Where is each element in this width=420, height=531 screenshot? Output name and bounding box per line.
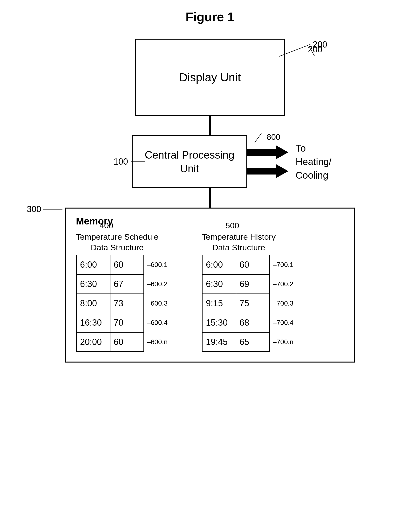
schedule-ref-line <box>90 219 98 231</box>
temp-schedule-structure: 400 Temperature ScheduleData Structure 6… <box>76 231 158 352</box>
arrow-shaft-1 <box>247 149 276 156</box>
display-unit-box: Display Unit 200 200 <box>135 39 285 116</box>
memory-content: 400 Temperature ScheduleData Structure 6… <box>76 231 344 352</box>
history-time-cell: 19:45 <box>202 332 236 352</box>
history-time-cell: 6:30 <box>202 274 236 294</box>
heating-label: ToHeating/Cooling <box>296 142 331 182</box>
history-title: Temperature HistoryData Structure <box>202 231 276 253</box>
arrow-2 <box>247 164 288 178</box>
memory-label: Memory <box>76 216 344 227</box>
table-row: 8:0073–600.3 <box>76 294 144 313</box>
memory-box: Memory 400 Temperature ScheduleData Str <box>65 208 355 363</box>
row-ref-label: –600.3 <box>147 300 167 307</box>
connector-cpu-to-memory <box>209 188 211 208</box>
schedule-time-cell: 16:30 <box>76 313 110 332</box>
history-temp-cell: 68–700.4 <box>236 313 270 332</box>
schedule-temp-cell: 67–600.2 <box>110 274 144 294</box>
heating-ref-line <box>255 133 262 143</box>
memory-ref-line <box>43 207 62 212</box>
history-temp-cell: 60–700.1 <box>236 255 270 274</box>
row-ref-label: –700.1 <box>273 261 293 269</box>
schedule-ref: 400 <box>100 221 113 230</box>
schedule-time-cell: 8:00 <box>76 294 110 313</box>
table-row: 9:1575–700.3 <box>202 294 270 313</box>
cpu-ref-label: 100 <box>114 157 128 167</box>
history-time-cell: 6:00 <box>202 255 236 274</box>
connector-display-to-cpu <box>209 116 211 135</box>
arrow-head-2 <box>276 164 288 178</box>
table-row: 15:3068–700.4 <box>202 313 270 332</box>
schedule-temp-cell: 60–600.n <box>110 332 144 352</box>
table-row: 16:3070–600.4 <box>76 313 144 332</box>
table-row: 20:0060–600.n <box>76 332 144 352</box>
row-ref-label: –600.n <box>147 338 167 346</box>
row-ref-label: –600.4 <box>147 319 167 327</box>
schedule-time-cell: 6:30 <box>76 274 110 294</box>
schedule-time-cell: 6:00 <box>76 255 110 274</box>
memory-container: 300 Memory 400 <box>65 208 355 363</box>
display-unit-label: Display Unit <box>179 71 241 84</box>
temp-history-structure: 500 Temperature HistoryData Structure 6:… <box>202 231 276 352</box>
schedule-table: 6:0060–600.16:3067–600.28:0073–600.316:3… <box>76 255 144 352</box>
svg-line-0 <box>279 44 310 56</box>
heating-ref-label: 800 <box>267 132 280 142</box>
row-ref-label: –600.2 <box>147 280 167 288</box>
history-time-cell: 9:15 <box>202 294 236 313</box>
memory-ref: 300 <box>27 204 41 214</box>
heating-connector-group: 800 ToHeating/Cooling <box>247 145 288 178</box>
memory-ref-group: 300 <box>27 204 62 214</box>
page-container: Figure 1 Display Unit 200 200 100 <box>41 10 379 363</box>
schedule-ref-group: 400 <box>90 219 113 231</box>
schedule-temp-cell: 73–600.3 <box>110 294 144 313</box>
history-temp-cell: 69–700.2 <box>236 274 270 294</box>
svg-line-2 <box>255 133 261 143</box>
arrow-head-1 <box>276 145 288 159</box>
figure-title: Figure 1 <box>186 10 234 24</box>
table-row: 6:3069–700.2 <box>202 274 270 294</box>
row-ref-label: –700.2 <box>273 280 293 288</box>
schedule-title: Temperature ScheduleData Structure <box>76 231 158 253</box>
table-row: 6:3067–600.2 <box>76 274 144 294</box>
ref-200-label: 200 <box>313 40 327 50</box>
arrow-shaft-2 <box>247 168 276 175</box>
history-ref-group: 500 <box>216 219 239 231</box>
schedule-temp-cell: 70–600.4 <box>110 313 144 332</box>
row-ref-label: –700.n <box>273 338 293 346</box>
history-temp-cell: 75–700.3 <box>236 294 270 313</box>
cpu-row: 100 Central ProcessingUnit 800 <box>65 135 355 188</box>
arrow-1 <box>247 145 288 159</box>
history-ref: 500 <box>225 221 239 230</box>
cpu-label: Central ProcessingUnit <box>145 148 234 176</box>
table-row: 6:0060–700.1 <box>202 255 270 274</box>
row-ref-label: –700.4 <box>273 319 293 327</box>
history-time-cell: 15:30 <box>202 313 236 332</box>
row-ref-label: –600.1 <box>147 261 167 269</box>
history-ref-line <box>216 219 224 231</box>
table-row: 19:4565–700.n <box>202 332 270 352</box>
cpu-box: Central ProcessingUnit <box>132 135 247 188</box>
table-row: 6:0060–600.1 <box>76 255 144 274</box>
history-table: 6:0060–700.16:3069–700.29:1575–700.315:3… <box>202 255 270 352</box>
schedule-temp-cell: 60–600.1 <box>110 255 144 274</box>
row-ref-label: –700.3 <box>273 300 293 307</box>
history-temp-cell: 65–700.n <box>236 332 270 352</box>
schedule-time-cell: 20:00 <box>76 332 110 352</box>
